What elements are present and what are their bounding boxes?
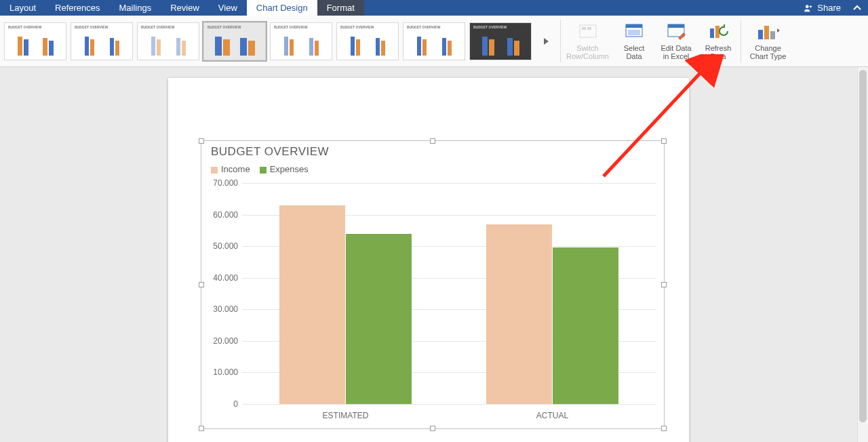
select-data-icon bbox=[624, 22, 644, 41]
thumb-title: BUDGET OVERVIEW bbox=[8, 25, 41, 29]
document-area: BUDGET OVERVIEW Income Expenses 010.0002… bbox=[0, 67, 857, 442]
type-commands-group: ChangeChart Type bbox=[741, 16, 795, 66]
resize-handle[interactable] bbox=[430, 426, 435, 431]
resize-handle[interactable] bbox=[199, 138, 204, 144]
resize-handle[interactable] bbox=[661, 282, 667, 287]
switch-row-col-icon bbox=[578, 22, 598, 41]
thumb-title: BUDGET OVERVIEW bbox=[473, 25, 507, 29]
tab-references[interactable]: References bbox=[45, 0, 109, 16]
legend-swatch-expenses bbox=[260, 167, 267, 174]
y-tick-label: 70.000 bbox=[208, 178, 238, 188]
ribbon-tabs: Layout References Mailings Review View C… bbox=[0, 0, 868, 16]
svg-point-0 bbox=[806, 5, 809, 8]
svg-rect-13 bbox=[770, 31, 775, 39]
chart-style-7[interactable]: BUDGET OVERVIEW bbox=[403, 22, 465, 60]
share-label: Share bbox=[817, 3, 841, 13]
scroll-thumb[interactable] bbox=[859, 70, 867, 422]
tab-review[interactable]: Review bbox=[161, 0, 209, 16]
chart-style-8[interactable]: BUDGET OVERVIEW bbox=[469, 22, 532, 60]
chart-style-1[interactable]: BUDGET OVERVIEW bbox=[4, 22, 66, 60]
plot-area[interactable]: 010.00020.00030.00040.00050.00060.00070.… bbox=[242, 183, 656, 404]
chart-title[interactable]: BUDGET OVERVIEW bbox=[211, 145, 329, 159]
svg-rect-1 bbox=[580, 25, 596, 37]
cmd-label: RefreshData bbox=[698, 43, 738, 60]
bar-income-actual[interactable] bbox=[486, 224, 553, 404]
y-tick-label: 0 bbox=[208, 399, 238, 409]
vertical-scrollbar[interactable] bbox=[857, 67, 868, 442]
page: BUDGET OVERVIEW Income Expenses 010.0002… bbox=[168, 78, 689, 442]
thumb-title: BUDGET OVERVIEW bbox=[208, 25, 241, 29]
data-commands-group: SwitchRow/Column SelectData Edit Datain … bbox=[561, 16, 741, 66]
svg-rect-9 bbox=[710, 28, 714, 38]
collapse-ribbon-button[interactable] bbox=[846, 0, 868, 16]
resize-handle[interactable] bbox=[199, 282, 204, 287]
thumb-title: BUDGET OVERVIEW bbox=[407, 25, 440, 29]
more-styles-button[interactable] bbox=[536, 37, 556, 45]
change-type-icon bbox=[757, 22, 780, 41]
svg-rect-3 bbox=[587, 27, 591, 30]
y-tick-label: 30.000 bbox=[208, 304, 238, 314]
tab-layout[interactable]: Layout bbox=[0, 0, 45, 16]
bar-expenses-actual[interactable] bbox=[553, 247, 619, 404]
y-tick-label: 40.000 bbox=[208, 273, 238, 283]
cmd-label: SelectData bbox=[614, 43, 654, 60]
resize-handle[interactable] bbox=[661, 138, 667, 144]
chart-style-6[interactable]: BUDGET OVERVIEW bbox=[336, 22, 399, 60]
edit-data-excel-button[interactable]: Edit Datain Excel bbox=[655, 18, 697, 60]
thumb-title: BUDGET OVERVIEW bbox=[274, 25, 307, 29]
share-icon bbox=[804, 3, 813, 13]
change-chart-type-button[interactable]: ChangeChart Type bbox=[743, 18, 793, 60]
thumb-title: BUDGET OVERVIEW bbox=[141, 25, 174, 29]
cmd-label: Edit Datain Excel bbox=[656, 43, 696, 60]
bar-income-estimated[interactable] bbox=[279, 205, 346, 404]
resize-handle[interactable] bbox=[661, 426, 667, 431]
chart-style-4[interactable]: BUDGET OVERVIEW bbox=[203, 22, 266, 60]
refresh-data-icon bbox=[708, 22, 728, 41]
svg-rect-5 bbox=[626, 24, 642, 28]
chart-styles-gallery: BUDGET OVERVIEW BUDGET OVERVIEW BUDGET O… bbox=[0, 16, 560, 66]
x-tick-label: ACTUAL bbox=[536, 411, 568, 420]
ribbon-content: BUDGET OVERVIEW BUDGET OVERVIEW BUDGET O… bbox=[0, 16, 868, 67]
grid-line bbox=[242, 183, 656, 184]
grid-line bbox=[242, 404, 656, 405]
chevron-up-icon bbox=[853, 4, 861, 12]
tab-format[interactable]: Format bbox=[317, 0, 364, 16]
thumb-title: BUDGET OVERVIEW bbox=[340, 25, 374, 29]
resize-handle[interactable] bbox=[430, 138, 435, 144]
legend-label: Expenses bbox=[270, 164, 309, 174]
legend-swatch-income bbox=[211, 167, 218, 174]
x-tick-label: ESTIMATED bbox=[323, 411, 369, 420]
refresh-data-button[interactable]: RefreshData bbox=[697, 18, 739, 60]
select-data-button[interactable]: SelectData bbox=[613, 18, 655, 60]
chart-style-2[interactable]: BUDGET OVERVIEW bbox=[71, 22, 133, 60]
cmd-label: SwitchRow/Column bbox=[564, 43, 612, 60]
tab-mailings[interactable]: Mailings bbox=[110, 0, 161, 16]
bar-expenses-estimated[interactable] bbox=[346, 234, 412, 404]
thumb-title: BUDGET OVERVIEW bbox=[75, 25, 108, 29]
resize-handle[interactable] bbox=[199, 426, 204, 431]
y-tick-label: 20.000 bbox=[208, 336, 238, 346]
y-tick-label: 50.000 bbox=[208, 241, 238, 251]
triangle-right-icon bbox=[542, 37, 549, 45]
cmd-label: ChangeChart Type bbox=[744, 43, 792, 60]
edit-data-icon bbox=[666, 22, 686, 41]
y-tick-label: 60.000 bbox=[208, 210, 238, 220]
legend-item-expenses[interactable]: Expenses bbox=[260, 164, 309, 174]
svg-rect-6 bbox=[628, 30, 640, 35]
legend-item-income[interactable]: Income bbox=[211, 164, 250, 174]
y-tick-label: 10.000 bbox=[208, 367, 238, 377]
svg-rect-2 bbox=[582, 27, 586, 30]
chart-legend[interactable]: Income Expenses bbox=[211, 164, 309, 174]
svg-rect-11 bbox=[758, 30, 763, 39]
chart-object[interactable]: BUDGET OVERVIEW Income Expenses 010.0002… bbox=[201, 140, 665, 429]
svg-rect-8 bbox=[668, 24, 684, 28]
legend-label: Income bbox=[221, 164, 250, 174]
chart-style-5[interactable]: BUDGET OVERVIEW bbox=[270, 22, 332, 60]
tab-view[interactable]: View bbox=[209, 0, 247, 16]
chart-style-3[interactable]: BUDGET OVERVIEW bbox=[137, 22, 199, 60]
share-button[interactable]: Share bbox=[798, 0, 846, 16]
tab-chart-design[interactable]: Chart Design bbox=[247, 0, 317, 16]
svg-rect-12 bbox=[764, 26, 769, 39]
switch-row-column-button: SwitchRow/Column bbox=[562, 18, 613, 60]
